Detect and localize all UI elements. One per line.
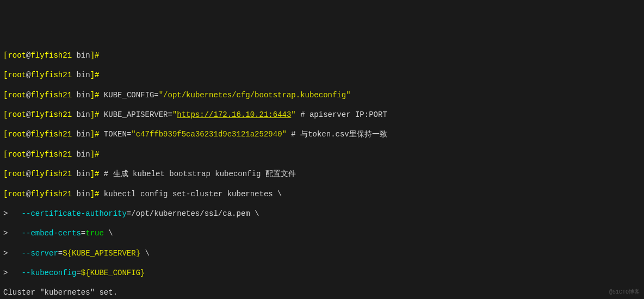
flag-kubeconfig: > --kubeconfig=${KUBE_CONFIG} <box>3 268 641 278</box>
output-cluster-set: Cluster "kubernetes" set. <box>3 288 641 297</box>
cmd-set-cluster: [root@flyfish21 bin]# kubectl config set… <box>3 189 641 199</box>
watermark-text: @51CTO博客 <box>609 289 640 296</box>
flag-cert-authority: > --certificate-authority=/opt/kubernete… <box>3 209 641 219</box>
cmd-comment: [root@flyfish21 bin]# # 生成 kubelet boots… <box>3 169 641 179</box>
cmd-kube-config: [root@flyfish21 bin]# KUBE_CONFIG="/opt/… <box>3 90 641 100</box>
terminal-output: [root@flyfish21 bin]# [root@flyfish21 bi… <box>3 41 641 299</box>
cmd-token: [root@flyfish21 bin]# TOKEN="c47ffb939f5… <box>3 129 641 139</box>
flag-server: > --server=${KUBE_APISERVER} \ <box>3 248 641 258</box>
prompt-line: [root@flyfish21 bin]# <box>3 149 641 159</box>
flag-embed-certs: > --embed-certs=true \ <box>3 228 641 238</box>
cmd-kube-apiserver: [root@flyfish21 bin]# KUBE_APISERVER="ht… <box>3 110 641 120</box>
prompt-line: [root@flyfish21 bin]# <box>3 70 641 80</box>
prompt-line: [root@flyfish21 bin]# <box>3 51 641 60</box>
